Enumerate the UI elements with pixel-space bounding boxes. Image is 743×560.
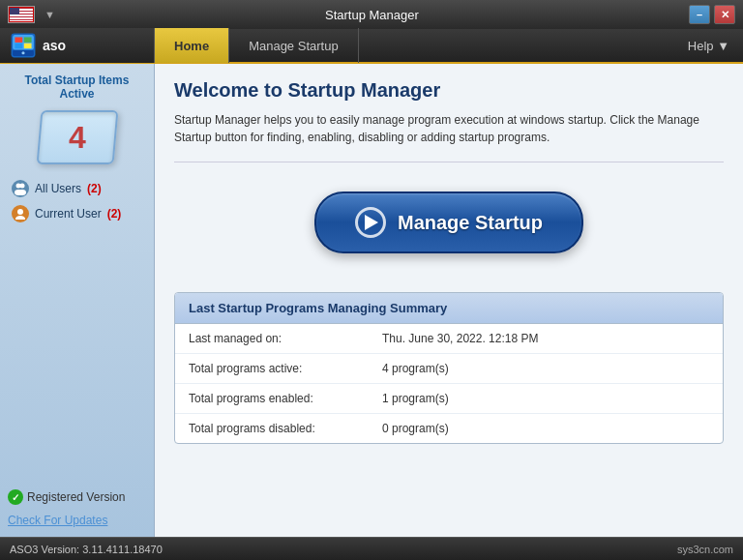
- all-users-icon: [12, 180, 29, 197]
- version-label: ASO3 Version: 3.11.4111.18470: [10, 544, 163, 555]
- svg-point-20: [15, 216, 25, 220]
- summary-value-0: Thu. June 30, 2022. 12:18 PM: [382, 332, 538, 345]
- svg-rect-3: [10, 15, 33, 16]
- flag-icon: [8, 6, 35, 23]
- summary-value-2: 1 program(s): [382, 392, 449, 405]
- svg-point-19: [17, 209, 23, 215]
- window-controls: – ✕: [689, 5, 735, 24]
- window-title: Startup Manager: [55, 8, 689, 22]
- sidebar-title: Total Startup Items Active: [8, 74, 146, 101]
- svg-point-18: [18, 190, 26, 195]
- all-users-item[interactable]: All Users (2): [8, 176, 146, 201]
- content-area: Welcome to Startup Manager Startup Manag…: [155, 64, 743, 537]
- all-users-count: (2): [87, 182, 102, 195]
- summary-label-0: Last managed on:: [189, 332, 382, 345]
- watermark: sys3cn.com: [677, 544, 733, 555]
- nav-tabs: Home Manage Startup: [155, 28, 674, 63]
- summary-row-3: Total programs disabled: 0 program(s): [175, 414, 723, 443]
- nav-logo: aso: [0, 28, 155, 63]
- svg-rect-10: [15, 37, 22, 42]
- svg-rect-12: [15, 44, 22, 48]
- current-user-label: Current User: [35, 207, 102, 221]
- registered-badge: ✓ Registered Version: [8, 489, 146, 505]
- close-button[interactable]: ✕: [714, 5, 735, 24]
- current-user-icon: [12, 205, 29, 222]
- svg-rect-5: [10, 20, 33, 21]
- startup-count-box: 4: [36, 110, 118, 164]
- svg-rect-4: [10, 17, 33, 19]
- tab-manage-startup[interactable]: Manage Startup: [229, 28, 359, 63]
- status-bar: ASO3 Version: 3.11.4111.18470 sys3cn.com: [0, 537, 743, 560]
- content-title: Welcome to Startup Manager: [174, 79, 724, 102]
- manage-button-container: Manage Startup: [174, 192, 724, 253]
- check-updates-link[interactable]: Check For Updates: [8, 514, 107, 527]
- sidebar: Total Startup Items Active 4 All Users (…: [0, 64, 155, 537]
- content-description: Startup Manager helps you to easily mana…: [174, 111, 724, 162]
- app-logo-icon: [10, 32, 37, 59]
- summary-value-3: 0 program(s): [382, 422, 449, 435]
- all-users-label: All Users: [35, 182, 81, 195]
- svg-rect-11: [24, 37, 32, 42]
- manage-startup-button[interactable]: Manage Startup: [314, 192, 583, 253]
- help-menu[interactable]: Help ▼: [674, 39, 743, 53]
- svg-point-16: [20, 184, 25, 189]
- svg-rect-6: [10, 8, 19, 15]
- current-user-item[interactable]: Current User (2): [8, 201, 146, 226]
- summary-row-2: Total programs enabled: 1 program(s): [175, 384, 723, 414]
- registered-icon: ✓: [8, 489, 23, 505]
- manage-startup-label: Manage Startup: [398, 212, 543, 234]
- summary-label-1: Total programs active:: [189, 362, 382, 375]
- summary-label-2: Total programs enabled:: [189, 392, 382, 405]
- summary-box: Last Startup Programs Managing Summary L…: [174, 292, 724, 444]
- nav-brand: aso: [43, 38, 66, 53]
- summary-row-1: Total programs active: 4 program(s): [175, 354, 723, 384]
- svg-point-14: [21, 51, 24, 54]
- main-layout: Total Startup Items Active 4 All Users (…: [0, 64, 743, 537]
- summary-row-0: Last managed on: Thu. June 30, 2022. 12:…: [175, 324, 723, 354]
- summary-header: Last Startup Programs Managing Summary: [175, 293, 723, 324]
- current-user-count: (2): [107, 207, 122, 221]
- title-bar: ▼ Startup Manager – ✕: [0, 0, 743, 29]
- summary-value-1: 4 program(s): [382, 362, 449, 375]
- minimize-button[interactable]: –: [689, 5, 710, 24]
- play-icon: [355, 207, 386, 238]
- summary-label-3: Total programs disabled:: [189, 422, 382, 435]
- play-triangle: [365, 215, 378, 230]
- tab-home[interactable]: Home: [155, 28, 229, 63]
- svg-rect-13: [24, 44, 32, 48]
- registered-label: Registered Version: [27, 490, 125, 504]
- nav-bar: aso Home Manage Startup Help ▼: [0, 29, 743, 64]
- startup-count: 4: [69, 120, 86, 156]
